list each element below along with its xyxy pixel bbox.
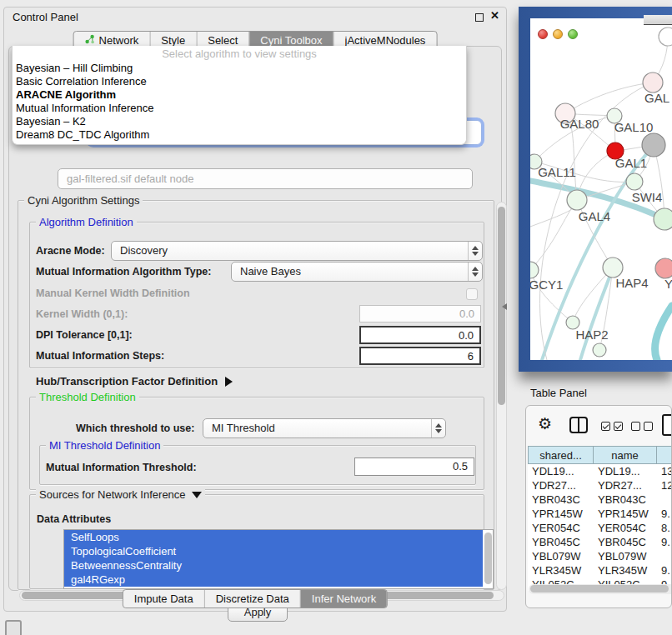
algorithm-option-dream8-dc-tdc-algorithm[interactable]: Dream8 DC_TDC Algorithm [13, 128, 466, 142]
table-cell: YPR145W [594, 507, 657, 521]
close-icon[interactable]: ✕ [490, 9, 499, 22]
column-header-name[interactable]: name [594, 446, 657, 464]
table-row[interactable]: YPR145WYPR145W9. [528, 507, 672, 521]
network-node-y[interactable] [655, 258, 672, 278]
network-node-gal[interactable] [643, 72, 663, 92]
node-label-hap4: HAP4 [615, 276, 648, 290]
algorithm-option-bayesian-k2[interactable]: Bayesian – K2 [13, 115, 466, 128]
network-node[interactable] [642, 133, 665, 157]
table-cell: YER054C [528, 521, 594, 535]
sources-title: Sources for Network Inference [39, 488, 186, 501]
table-cell [657, 549, 672, 563]
kernel-width-label: Kernel Width (0,1): [36, 308, 128, 320]
table-row[interactable]: YER054CYER054C8. [528, 521, 672, 535]
table-row[interactable]: YBR043CYBR043C [528, 492, 672, 507]
hub-definition-expander[interactable]: Hub/Transcription Factor Definition [36, 375, 233, 388]
table-row[interactable]: YBL079WYBL079W [528, 549, 672, 563]
attribute-item-selfloops[interactable]: SelfLoops [64, 530, 483, 544]
data-attributes-list[interactable]: SelfLoopsTopologicalCoefficientBetweenne… [63, 529, 494, 589]
select-all-checkboxes-icon[interactable] [601, 422, 623, 431]
algorithm-option-bayesian-hill-climbing[interactable]: Bayesian – Hill Climbing [13, 62, 466, 75]
network-node[interactable] [593, 343, 606, 357]
table-cell: 9. [657, 563, 672, 578]
mi-steps-field[interactable]: 6 [359, 347, 481, 365]
node-label-gal4: GAL4 [579, 209, 610, 223]
table-hscroll-thumb[interactable] [530, 585, 669, 592]
table-panel-title: Table Panel [530, 387, 587, 399]
network-node-hap4[interactable] [603, 258, 623, 278]
node-label-gcy1: GCY1 [530, 278, 563, 292]
tab-label: Cyni Toolbox [260, 34, 322, 47]
network-view-frame[interactable]: GALGAL80GAL10GAL11GAL1SWI4GAL4GCY1HAP4YH… [519, 7, 672, 372]
node-label-y: Y [664, 277, 672, 291]
algorithm-dropdown-popup: Select algorithm to view settings Bayesi… [12, 46, 467, 145]
table-cell: YBL079W [528, 549, 594, 563]
aracne-mode-select[interactable]: Discovery [111, 241, 483, 261]
column-header-shared[interactable]: shared... [528, 446, 594, 464]
table-horizontal-scrollbar[interactable] [529, 584, 672, 594]
sources-title-row[interactable]: Sources for Network Inference [36, 488, 205, 501]
deselect-all-checkboxes-icon[interactable] [631, 422, 653, 431]
kernel-width-field[interactable]: 0.0 [359, 305, 481, 322]
gear-icon[interactable]: ⚙ [538, 414, 552, 433]
collapsed-panel-icon[interactable] [5, 620, 22, 635]
algorithm-option-basic-correlation-inference[interactable]: Basic Correlation Inference [13, 75, 466, 88]
manual-kernel-label: Manual Kernel Width Definition [36, 288, 190, 299]
mi-type-label: Mutual Information Algorithm Type: [36, 266, 211, 278]
hub-definition-label: Hub/Transcription Factor Definition [36, 375, 218, 388]
network-node-swi4[interactable] [654, 208, 672, 230]
which-threshold-select[interactable]: MI Threshold [203, 418, 446, 438]
mi-type-select[interactable]: Naive Bayes [231, 262, 483, 282]
window-minimize-icon[interactable] [553, 29, 563, 39]
table-row[interactable]: YBR045CYBR045C9. [528, 535, 672, 549]
network-table-combo[interactable]: gal-filtered.sif default node [58, 168, 473, 189]
node-table: shared...name YDL19...YDL19...13YDR27...… [528, 446, 672, 591]
tab-discretize-data[interactable]: Discretize Data [204, 590, 300, 608]
which-threshold-value: MI Threshold [212, 422, 275, 434]
manual-kernel-checkbox[interactable] [466, 288, 478, 300]
algorithm-option-aracne-algorithm[interactable]: ARACNE Algorithm [13, 88, 466, 102]
network-node-gcy1[interactable] [530, 262, 539, 278]
expand-right-icon [225, 377, 233, 387]
attribute-item-betweennesscentrality[interactable]: BetweennessCentrality [64, 558, 483, 572]
table-cell: 12 [657, 478, 672, 492]
window-zoom-icon[interactable] [568, 29, 578, 39]
list-scrollbar-thumb[interactable] [484, 532, 492, 584]
network-node[interactable] [659, 28, 672, 46]
stepper-arrows-icon [468, 262, 482, 281]
tab-infer-network[interactable]: Infer Network [300, 590, 387, 608]
table-row[interactable]: YDR27...YDR27...12 [528, 478, 672, 492]
algorithm-definition-title: Algorithm Definition [36, 216, 137, 228]
table-row[interactable]: YDL19...YDL19...13 [528, 464, 672, 478]
attribute-item-gal4rgexp[interactable]: gal4RGexp [64, 572, 483, 587]
network-node-gal4[interactable] [567, 190, 587, 210]
float-panel-icon[interactable] [475, 13, 484, 22]
mi-type-value: Naive Bayes [240, 265, 301, 278]
table-function-icon[interactable] [662, 414, 672, 436]
splitter-arrow-icon[interactable] [502, 303, 507, 310]
network-graph: GALGAL80GAL10GAL11GAL1SWI4GAL4GCY1HAP4YH… [530, 18, 672, 360]
table-cell: YDL19... [528, 464, 594, 478]
data-attributes-label: Data Attributes [37, 513, 111, 525]
aracne-mode-label: Aracne Mode: [36, 245, 105, 257]
table-cell: YDR27... [528, 478, 594, 492]
table-cell: YLR345W [594, 563, 657, 578]
split-columns-icon[interactable] [569, 417, 588, 433]
attribute-item-topologicalcoefficient[interactable]: TopologicalCoefficient [64, 544, 483, 558]
algorithm-option-mutual-information-inference[interactable]: Mutual Information Inference [13, 102, 466, 115]
tab-impute-data[interactable]: Impute Data [123, 590, 204, 608]
settings-vertical-scrollbar[interactable] [496, 202, 507, 590]
tab-label: jActiveMNodules [345, 34, 426, 47]
dpi-tolerance-field[interactable]: 0.0 [359, 326, 481, 344]
table-row[interactable]: YLR345WYLR345W9. [528, 563, 672, 578]
window-close-icon[interactable] [538, 29, 548, 39]
column-header-2[interactable] [657, 446, 672, 464]
mi-threshold-definition-title: MI Threshold Definition [46, 439, 163, 452]
table-cell: 13 [657, 464, 672, 478]
mi-threshold-field[interactable]: 0.5 [354, 458, 474, 476]
network-edge [565, 82, 653, 113]
network-node-gal1[interactable] [626, 173, 643, 190]
network-canvas[interactable]: GALGAL80GAL10GAL11GAL1SWI4GAL4GCY1HAP4YH… [530, 18, 672, 360]
table-cell [657, 492, 672, 507]
control-panel-title: Control Panel [13, 11, 78, 23]
